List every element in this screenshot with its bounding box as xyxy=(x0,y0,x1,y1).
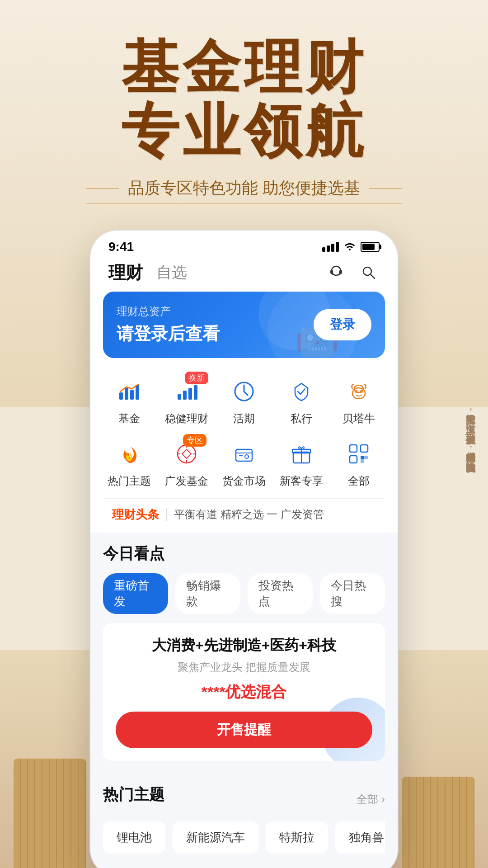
news-text: 平衡有道 精粹之选 一 广发资管 xyxy=(174,507,324,522)
icon-all[interactable]: 全部 xyxy=(332,434,385,492)
hot-themes-title: 热门主题 xyxy=(103,784,164,805)
svg-rect-12 xyxy=(194,385,197,400)
tab-watchlist[interactable]: 自选 xyxy=(156,262,187,283)
fund-label: 基金 xyxy=(118,411,140,426)
theme-tag-lithium[interactable]: 锂电池 xyxy=(103,821,165,854)
svg-rect-31 xyxy=(361,456,364,459)
all-label: 全部 xyxy=(348,474,370,488)
all-icon-box xyxy=(343,438,375,470)
fund-card-title: 大消费+先进制造+医药+科技 xyxy=(116,636,372,656)
svg-rect-10 xyxy=(183,391,187,400)
hot-icon-box xyxy=(113,438,145,470)
today-section: 今日看点 重磅首发 畅销爆款 投资热点 今日热搜 大消费+先进制造+医药+科技 … xyxy=(90,533,398,775)
wifi-icon xyxy=(343,241,356,253)
blue-banner: 理财总资产 请登录后查看 🤖 登录 xyxy=(103,292,385,358)
svg-rect-7 xyxy=(130,390,134,400)
fund-card: 大消费+先进制造+医药+科技 聚焦产业龙头 把握质量发展 ****优选混合 开售… xyxy=(103,623,385,761)
svg-rect-29 xyxy=(361,445,368,452)
gf-icon-box: 专区 xyxy=(170,438,203,470)
news-divider xyxy=(166,508,167,521)
theme-tag-unicorn[interactable]: 独角兽 xyxy=(335,821,385,854)
fund-card-subtitle: 聚焦产业龙头 把握质量发展 xyxy=(116,660,372,675)
battery-icon xyxy=(361,242,380,252)
icon-hot-themes[interactable]: 热门主题 xyxy=(103,434,156,492)
svg-rect-8 xyxy=(136,385,139,400)
news-brand: 理财头条 xyxy=(112,507,159,523)
nav-tabs: 理财 自选 xyxy=(108,261,187,284)
remind-button[interactable]: 开售提醒 xyxy=(116,712,372,748)
private-label: 私行 xyxy=(291,411,312,426)
icon-grid: 基金 换新 稳健理财 xyxy=(90,367,398,496)
stable-badge: 换新 xyxy=(185,372,208,384)
filter-tab-bestseller[interactable]: 畅销爆款 xyxy=(175,573,240,614)
hero-title: 基金理财 专业领航 xyxy=(0,36,488,164)
icon-bull[interactable]: 贝塔牛 xyxy=(332,372,385,429)
stable-icon-box: 换新 xyxy=(170,375,203,408)
status-icons xyxy=(322,241,380,253)
icon-new-customer[interactable]: 新客专享 xyxy=(275,434,328,492)
hot-label: 热门主题 xyxy=(108,474,151,488)
fund-icon-box xyxy=(113,375,145,408)
signal-icon xyxy=(322,242,339,252)
icon-private[interactable]: 私行 xyxy=(275,372,328,429)
bull-icon-box xyxy=(343,375,375,408)
nav-bar: 理财 自选 xyxy=(90,254,398,292)
headset-icon[interactable] xyxy=(325,262,347,283)
theme-tag-tesla[interactable]: 特斯拉 xyxy=(266,821,328,854)
status-time: 9:41 xyxy=(108,240,134,254)
svg-rect-2 xyxy=(339,270,342,274)
svg-rect-33 xyxy=(361,459,364,463)
filter-tab-hot-invest[interactable]: 投资热点 xyxy=(248,573,313,614)
phone-mockup: 9:41 理财 xyxy=(90,231,398,868)
icon-current[interactable]: 活期 xyxy=(218,372,271,429)
new-customer-label: 新客专享 xyxy=(280,474,323,488)
hot-themes-header: 热门主题 全部 › xyxy=(103,784,385,814)
fund-card-name: ****优选混合 xyxy=(116,682,372,703)
hot-themes-section: 热门主题 全部 › 锂电池 新能源汽车 特斯拉 独角兽 xyxy=(90,775,398,863)
svg-rect-11 xyxy=(188,388,192,400)
hot-themes-more[interactable]: 全部 › xyxy=(357,792,385,807)
phone-wrapper: 9:41 理财 xyxy=(0,231,488,868)
icon-money-market[interactable]: 货金市场 xyxy=(218,434,271,492)
icon-gf-fund[interactable]: 专区 广发基金 xyxy=(160,434,213,492)
svg-rect-9 xyxy=(178,394,181,400)
status-bar: 9:41 xyxy=(90,231,398,254)
hero-subtitle-container: 品质专区特色功能 助您便捷选基 xyxy=(86,177,402,199)
banner-main-text: 请登录后查看 xyxy=(117,322,220,345)
money-icon-box xyxy=(228,438,260,470)
today-title: 今日看点 xyxy=(103,543,385,564)
login-button[interactable]: 登录 xyxy=(314,309,371,340)
svg-rect-1 xyxy=(330,270,333,274)
filter-tab-featured[interactable]: 重磅首发 xyxy=(103,573,168,614)
nav-actions xyxy=(325,262,380,283)
banner-text-area: 理财总资产 请登录后查看 xyxy=(117,304,220,345)
stable-label: 稳健理财 xyxy=(165,411,208,426)
svg-rect-6 xyxy=(125,388,128,400)
private-icon-box xyxy=(285,375,318,408)
svg-rect-28 xyxy=(350,445,357,452)
svg-rect-5 xyxy=(119,392,123,400)
hero-subtitle: 品质专区特色功能 助您便捷选基 xyxy=(119,177,369,199)
bull-label: 贝塔牛 xyxy=(343,411,375,426)
tab-finance[interactable]: 理财 xyxy=(108,261,143,284)
svg-rect-23 xyxy=(236,449,252,461)
gift-icon-box xyxy=(285,438,318,470)
news-ticker[interactable]: 理财头条 平衡有道 精粹之选 一 广发资管 xyxy=(103,498,385,531)
icon-fund[interactable]: 基金 xyxy=(103,372,156,429)
current-label: 活期 xyxy=(233,411,255,426)
banner-label: 理财总资产 xyxy=(117,304,220,319)
svg-point-24 xyxy=(245,455,249,458)
filter-tab-trending[interactable]: 今日热搜 xyxy=(320,573,385,614)
svg-rect-32 xyxy=(364,456,368,459)
svg-rect-30 xyxy=(350,456,357,463)
hero-section: 基金理财 专业领航 品质专区特色功能 助您便捷选基 xyxy=(0,0,488,203)
current-icon-box xyxy=(228,375,260,408)
gf-badge: 专区 xyxy=(183,434,206,447)
svg-line-4 xyxy=(371,274,375,278)
theme-tag-ev[interactable]: 新能源汽车 xyxy=(173,821,258,854)
hero-bottom-line xyxy=(86,203,402,203)
filter-tabs: 重磅首发 畅销爆款 投资热点 今日热搜 xyxy=(103,573,385,614)
search-icon[interactable] xyxy=(358,262,380,283)
theme-tags: 锂电池 新能源汽车 特斯拉 独角兽 xyxy=(103,821,385,854)
icon-stable[interactable]: 换新 稳健理财 xyxy=(160,372,213,429)
